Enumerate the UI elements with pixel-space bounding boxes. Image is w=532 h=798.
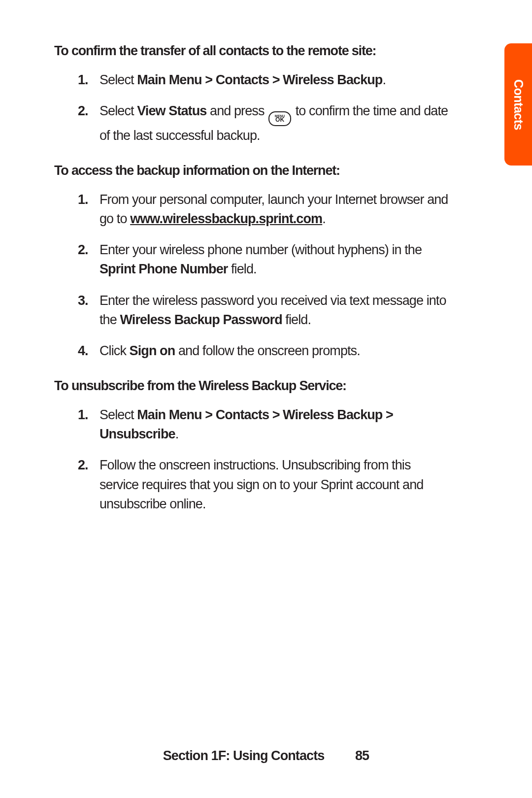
text-run: . xyxy=(382,72,386,87)
step-number: 1. xyxy=(78,70,88,90)
page: Contacts To confirm the transfer of all … xyxy=(0,0,532,798)
text-run: . xyxy=(322,211,326,226)
text-run: Sign on xyxy=(130,343,175,358)
text-run: field. xyxy=(282,312,311,327)
text-run: Click xyxy=(100,343,130,358)
text-run: View Status xyxy=(137,103,206,118)
step-number: 3. xyxy=(78,291,88,310)
step-number: 1. xyxy=(78,190,88,209)
instruction-step: 3.Enter the wireless password you receiv… xyxy=(78,291,448,330)
instruction-step: 4.Click Sign on and follow the onscreen … xyxy=(78,341,448,361)
instruction-list: 1.Select Main Menu > Contacts > Wireless… xyxy=(54,70,448,145)
instruction-step: 2.Enter your wireless phone number (with… xyxy=(78,240,448,279)
section-tab-label: Contacts xyxy=(511,79,526,130)
step-number: 1. xyxy=(78,405,88,425)
text-run: Select xyxy=(100,103,137,118)
instruction-heading: To confirm the transfer of all contacts … xyxy=(54,42,448,60)
instruction-list: 1.Select Main Menu > Contacts > Wireless… xyxy=(54,405,448,514)
instruction-step: 2.Follow the onscreen instructions. Unsu… xyxy=(78,456,448,513)
content: To confirm the transfer of all contacts … xyxy=(54,42,448,514)
text-run: Select xyxy=(100,407,137,422)
text-run: and follow the onscreen prompts. xyxy=(175,343,360,358)
instruction-list: 1. From your personal computer, launch y… xyxy=(54,190,448,361)
text-run: field. xyxy=(228,262,256,276)
instruction-step: 2.Select View Status and press MENUOK to… xyxy=(78,101,448,145)
step-number: 2. xyxy=(78,456,88,475)
text-run: Follow the onscreen instructions. Unsubs… xyxy=(100,458,423,511)
menu-ok-key-icon: MENUOK xyxy=(268,111,291,126)
text-run: . xyxy=(175,427,179,441)
instruction-step: 1. From your personal computer, launch y… xyxy=(78,190,448,229)
instruction-heading: To access the backup information on the … xyxy=(54,162,448,179)
text-run: www.wirelessbackup.sprint.com xyxy=(130,211,322,226)
text-run: Wireless Backup Password xyxy=(120,312,282,327)
section-tab: Contacts xyxy=(504,43,532,166)
instruction-step: 1.Select Main Menu > Contacts > Wireless… xyxy=(78,405,448,444)
text-run: Main Menu > Contacts > Wireless Backup >… xyxy=(100,407,393,441)
text-run: and press xyxy=(206,103,267,118)
instruction-heading: To unsubscribe from the Wireless Backup … xyxy=(54,377,448,395)
footer-section: Section 1F: Using Contacts xyxy=(163,748,325,763)
text-run: Enter your wireless phone number (withou… xyxy=(100,242,422,257)
instruction-step: 1.Select Main Menu > Contacts > Wireless… xyxy=(78,70,448,90)
step-number: 2. xyxy=(78,240,88,260)
step-number: 2. xyxy=(78,101,88,121)
text-run: Select xyxy=(100,72,137,87)
step-number: 4. xyxy=(78,341,88,361)
page-number: 85 xyxy=(355,748,369,764)
text-run: Main Menu > Contacts > Wireless Backup xyxy=(137,72,382,87)
text-run: Sprint Phone Number xyxy=(100,262,228,276)
page-footer: Section 1F: Using Contacts 85 xyxy=(0,748,532,764)
